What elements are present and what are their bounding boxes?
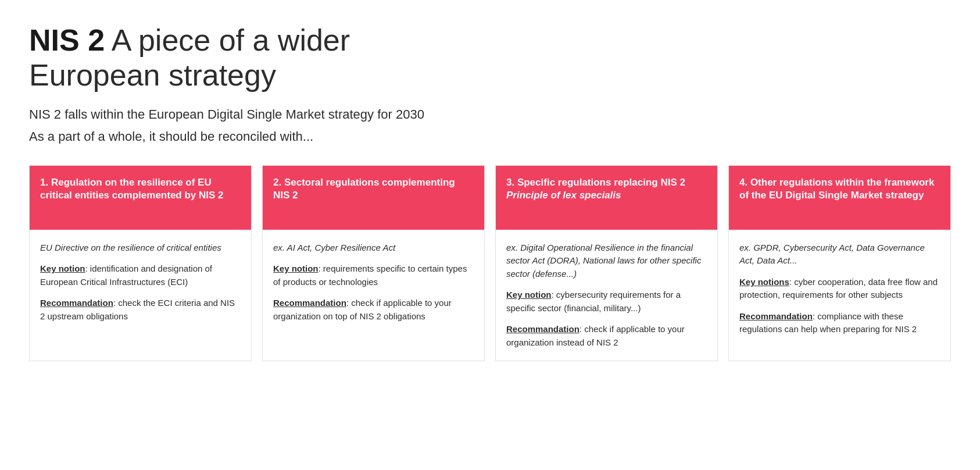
card-3-header: 3. Specific regulations replacing NIS 2 … <box>496 166 717 230</box>
card-3-section-key: Key notion: cybersecurity requirements f… <box>506 289 707 315</box>
card-3-body: ex. Digital Operational Resilience in th… <box>496 230 717 361</box>
cards-container: 1. Regulation on the resilience of EU cr… <box>29 165 951 362</box>
card-1-key-notion-label: Key notion <box>40 264 85 273</box>
card-1-intro: EU Directive on the resilience of critic… <box>40 241 241 255</box>
card-2-section-key: Key notion: requirements specific to cer… <box>273 262 474 289</box>
card-2-header-text: 2. Sectoral regulations complementing NI… <box>273 176 474 202</box>
card-1-header-text: 1. Regulation on the resilience of EU cr… <box>40 176 241 202</box>
card-3-title-main: 3. Specific regulations replacing NIS 2 <box>506 177 685 188</box>
card-3-title-italic: Principle of lex specialis <box>506 190 621 201</box>
card-1-body: EU Directive on the resilience of critic… <box>30 230 251 361</box>
card-4-header: 4. Other regulations within the framewor… <box>729 166 950 230</box>
card-3: 3. Specific regulations replacing NIS 2 … <box>495 165 718 362</box>
subtitle-1: NIS 2 falls within the European Digital … <box>29 107 951 122</box>
card-3-intro: ex. Digital Operational Resilience in th… <box>506 241 707 281</box>
page-header: NIS 2 A piece of a widerEuropean strateg… <box>29 23 951 144</box>
card-2-body: ex. AI Act, Cyber Resilience Act Key not… <box>263 230 484 361</box>
card-4-header-text: 4. Other regulations within the framewor… <box>739 176 940 202</box>
card-1-header: 1. Regulation on the resilience of EU cr… <box>30 166 251 230</box>
page-title: NIS 2 A piece of a widerEuropean strateg… <box>29 23 951 93</box>
card-1-section-rec: Recommandation: check the ECI criteria a… <box>40 297 241 323</box>
card-2: 2. Sectoral regulations complementing NI… <box>262 165 485 362</box>
card-4: 4. Other regulations within the framewor… <box>728 165 951 362</box>
title-nis2: NIS 2 <box>29 23 105 57</box>
card-2-header: 2. Sectoral regulations complementing NI… <box>263 166 484 230</box>
card-2-intro: ex. AI Act, Cyber Resilience Act <box>273 241 474 255</box>
card-1-recommandation-label: Recommandation <box>40 298 113 308</box>
card-4-body: ex. GPDR, Cybersecurity Act, Data Govern… <box>729 230 950 361</box>
card-3-key-notion-label: Key notion <box>506 290 552 300</box>
card-2-recommandation-label: Recommandation <box>273 298 346 308</box>
card-3-recommandation-label: Recommandation <box>506 324 580 334</box>
card-4-section-rec: Recommandation: compliance with these re… <box>739 310 940 336</box>
subtitle-2: As a part of a whole, it should be recon… <box>29 129 951 144</box>
card-4-intro: ex. GPDR, Cybersecurity Act, Data Govern… <box>739 241 940 268</box>
card-3-section-rec: Recommandation: check if applicable to y… <box>506 323 707 349</box>
card-4-recommandation-label: Recommandation <box>739 311 813 321</box>
card-4-section-key: Key notions: cyber cooperation, data fre… <box>739 276 940 302</box>
card-3-header-text: 3. Specific regulations replacing NIS 2 … <box>506 176 685 202</box>
card-1-section-key: Key notion: identification and designati… <box>40 262 241 289</box>
card-2-section-rec: Recommandation: check if applicable to y… <box>273 297 474 323</box>
card-4-key-notion-label: Key notions <box>739 277 789 287</box>
card-1: 1. Regulation on the resilience of EU cr… <box>29 165 252 362</box>
card-2-key-notion-label: Key notion <box>273 264 319 273</box>
